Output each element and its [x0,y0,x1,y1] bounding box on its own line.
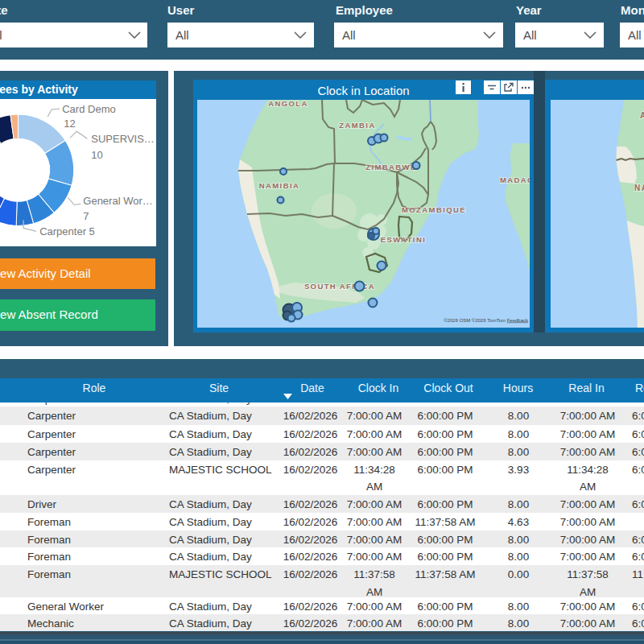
svg-text:MOZAMBIQUE: MOZAMBIQUE [402,205,466,214]
svg-text:ANGOLA: ANGOLA [268,100,308,108]
svg-text:Card Demo: Card Demo [62,103,116,115]
svg-text:SUPERVIS…: SUPERVIS… [91,133,155,145]
svg-text:Carpenter 5: Carpenter 5 [39,225,95,237]
svg-text:MADAGASCAR: MADAGASCAR [500,175,530,184]
svg-text:7: 7 [83,210,89,222]
svg-text:NAMIBIA: NAMIBIA [634,184,644,192]
svg-text:ZAMBIA: ZAMBIA [339,121,375,130]
svg-text:ZIMBABWE: ZIMBABWE [365,163,416,171]
svg-text:12: 12 [64,118,75,130]
svg-text:General Wor…: General Wor… [83,195,153,207]
svg-text:©2026 OSM ©2026 TomTom Feedbac: ©2026 OSM ©2026 TomTom Feedback [444,318,529,323]
svg-text:NAMIBIA: NAMIBIA [259,181,299,190]
svg-text:ESWATINI: ESWATINI [381,235,426,244]
svg-text:10: 10 [91,149,102,161]
svg-text:ANGOLA: ANGOLA [640,111,644,120]
